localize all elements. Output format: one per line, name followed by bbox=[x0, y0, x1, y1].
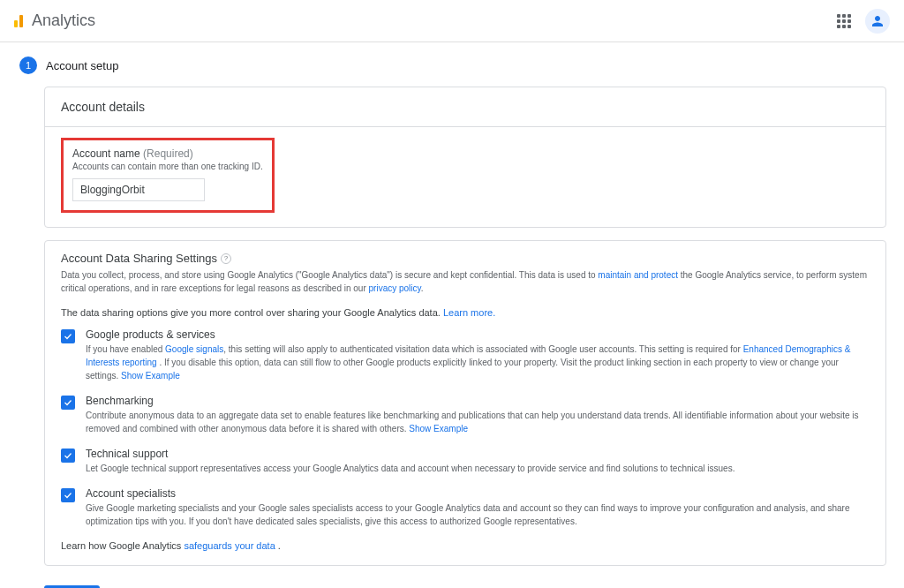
account-name-help: Accounts can contain more than one track… bbox=[72, 162, 263, 171]
checkbox-benchmarking[interactable] bbox=[61, 396, 75, 410]
option-account-specialists: Account specialists Give Google marketin… bbox=[61, 487, 870, 528]
option-desc: Contribute anonymous data to an aggregat… bbox=[86, 409, 870, 435]
account-details-body: Account name (Required) Accounts can con… bbox=[45, 127, 885, 227]
step-number-badge: 1 bbox=[19, 57, 37, 74]
content: 1 Account setup Account details Account … bbox=[0, 42, 904, 588]
account-name-input[interactable] bbox=[72, 178, 205, 201]
option-title: Technical support bbox=[86, 448, 870, 460]
option-desc: If you have enabled Google signals, this… bbox=[86, 343, 870, 382]
option-technical-support: Technical support Let Google technical s… bbox=[61, 448, 870, 475]
required-text: (Required) bbox=[143, 147, 193, 160]
option-title: Benchmarking bbox=[86, 395, 870, 407]
top-bar-left: Analytics bbox=[14, 11, 95, 30]
user-avatar[interactable] bbox=[865, 9, 890, 34]
account-details-header: Account details bbox=[45, 87, 885, 127]
top-bar-right bbox=[837, 9, 890, 34]
account-name-label-text: Account name bbox=[72, 147, 140, 160]
option-benchmarking: Benchmarking Contribute anonymous data t… bbox=[61, 395, 870, 435]
option-desc: Give Google marketing specialists and yo… bbox=[86, 501, 870, 528]
account-name-label: Account name (Required) bbox=[72, 147, 263, 160]
data-sharing-body: Account Data Sharing Settings ? Data you… bbox=[45, 241, 885, 565]
analytics-logo-icon bbox=[14, 15, 23, 27]
safeguards-link[interactable]: safeguards your data bbox=[184, 540, 275, 551]
account-name-highlight: Account name (Required) Accounts can con… bbox=[61, 138, 275, 213]
account-details-panel: Account details Account name (Required) … bbox=[44, 87, 886, 228]
option-google-products: Google products & services If you have e… bbox=[61, 328, 870, 382]
data-sharing-panel: Account Data Sharing Settings ? Data you… bbox=[44, 240, 886, 566]
option-title: Account specialists bbox=[86, 487, 870, 500]
google-signals-link[interactable]: Google signals bbox=[165, 344, 223, 354]
show-example-link[interactable]: Show Example bbox=[121, 371, 180, 381]
option-desc: Let Google technical support representat… bbox=[86, 462, 870, 475]
privacy-policy-link[interactable]: privacy policy bbox=[369, 283, 421, 293]
option-title: Google products & services bbox=[86, 328, 870, 341]
step-title: Account setup bbox=[46, 59, 118, 72]
footer-note: Learn how Google Analytics safeguards yo… bbox=[61, 540, 870, 551]
checkbox-account-specialists[interactable] bbox=[61, 488, 75, 502]
top-bar: Analytics bbox=[0, 0, 904, 42]
app-title: Analytics bbox=[32, 11, 95, 30]
apps-grid-icon[interactable] bbox=[837, 14, 851, 28]
step-header: 1 Account setup bbox=[19, 57, 886, 74]
sharing-options: Google products & services If you have e… bbox=[61, 328, 870, 528]
checkbox-google-products[interactable] bbox=[61, 329, 75, 343]
data-sharing-intro: Data you collect, process, and store usi… bbox=[61, 268, 870, 295]
data-sharing-title-text: Account Data Sharing Settings bbox=[61, 252, 217, 265]
maintain-protect-link[interactable]: maintain and protect bbox=[598, 270, 678, 280]
show-example-link[interactable]: Show Example bbox=[409, 424, 468, 433]
data-sharing-lead: The data sharing options give you more c… bbox=[61, 307, 870, 318]
data-sharing-title: Account Data Sharing Settings ? bbox=[61, 252, 870, 265]
checkbox-technical-support[interactable] bbox=[61, 449, 75, 463]
help-icon[interactable]: ? bbox=[221, 253, 231, 264]
learn-more-link[interactable]: Learn more. bbox=[443, 307, 495, 318]
